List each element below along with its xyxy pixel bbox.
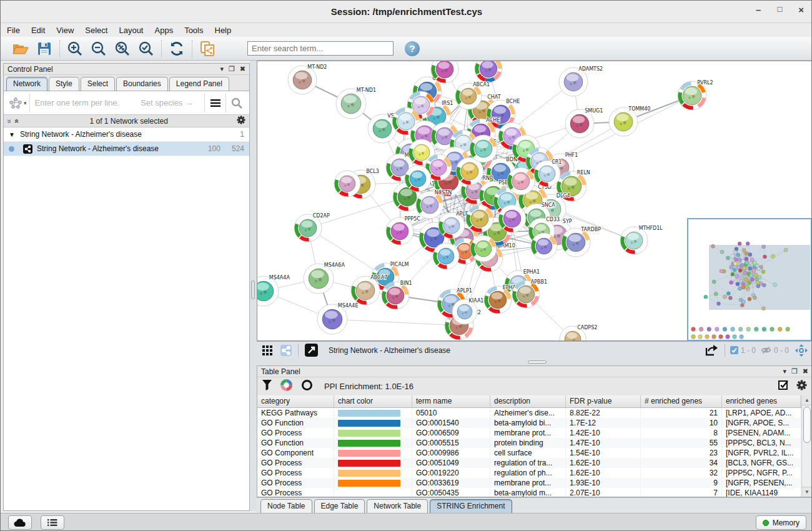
network-node[interactable]: MT-ND1 bbox=[336, 87, 376, 119]
draw-charts-icon[interactable] bbox=[280, 379, 292, 394]
panel-close-icon[interactable]: ✖ bbox=[240, 65, 245, 73]
table-scrollbar[interactable]: ▲ ▼ bbox=[801, 395, 812, 497]
scroll-up-icon[interactable]: ▲ bbox=[802, 395, 812, 405]
tree-expand-icon[interactable]: ▼ bbox=[9, 131, 15, 138]
network-row-selected[interactable]: String Network - Alzheimer's disease 100… bbox=[4, 142, 249, 156]
network-node[interactable]: MS4A4E bbox=[317, 303, 358, 334]
tab-select[interactable]: Select bbox=[81, 77, 115, 91]
network-node[interactable]: PVRL2 bbox=[678, 80, 713, 110]
minimize-button[interactable]: – bbox=[756, 4, 761, 15]
table-row[interactable]: GO FunctionGO:0005515protein binding1.47… bbox=[257, 438, 812, 448]
network-node[interactable] bbox=[470, 135, 497, 162]
save-session-icon[interactable] bbox=[36, 40, 53, 57]
tab-string-enrichment[interactable]: STRING Enrichment bbox=[430, 499, 512, 513]
pan-navigator-icon[interactable] bbox=[794, 343, 809, 358]
grid-mode-icon[interactable] bbox=[260, 344, 274, 357]
menu-select[interactable]: Select bbox=[85, 26, 107, 35]
network-node[interactable]: TARDBP bbox=[562, 227, 601, 257]
birds-eye-view[interactable] bbox=[687, 218, 812, 341]
panel-close-icon[interactable]: ✖ bbox=[803, 367, 808, 375]
network-node[interactable]: MS4A4A bbox=[257, 275, 290, 306]
network-node[interactable] bbox=[498, 205, 526, 232]
cloud-tasks-button[interactable] bbox=[8, 515, 32, 530]
export-network-icon[interactable] bbox=[703, 343, 720, 358]
string-search-icon[interactable] bbox=[225, 94, 247, 112]
table-row[interactable]: GO ProcessGO:0051049regulation of tra...… bbox=[257, 458, 812, 468]
network-node[interactable] bbox=[507, 167, 535, 195]
horizontal-splitter[interactable] bbox=[257, 359, 812, 365]
table-row[interactable]: GO FunctionGO:0001540beta-amyloid bi...1… bbox=[257, 418, 812, 428]
column-header-chart-color[interactable]: chart color bbox=[334, 395, 412, 407]
column-header-term-name[interactable]: term name bbox=[412, 395, 490, 407]
panel-float-icon[interactable]: ❐ bbox=[229, 65, 235, 73]
network-node[interactable] bbox=[531, 233, 557, 259]
menu-file[interactable]: File bbox=[7, 26, 20, 35]
scroll-down-icon[interactable]: ▼ bbox=[802, 487, 812, 497]
table-row[interactable]: GO ProcessGO:0006509membrane prot...1.42… bbox=[257, 428, 812, 438]
menu-apps[interactable]: Apps bbox=[155, 26, 174, 35]
open-session-icon[interactable] bbox=[12, 40, 29, 57]
maximize-button[interactable]: □ bbox=[777, 4, 782, 15]
table-row[interactable]: GO ProcessGO:0050435beta-amyloid m...2.0… bbox=[257, 488, 812, 497]
tab-legend-panel[interactable]: Legend Panel bbox=[169, 77, 229, 91]
network-node[interactable]: MT-ND2 bbox=[288, 64, 327, 94]
panel-float-icon[interactable]: ❐ bbox=[791, 367, 798, 375]
string-protein-query-selector[interactable]: ▾ bbox=[6, 94, 30, 112]
string-query-field[interactable]: Enter one term per line. Set species → bbox=[30, 98, 204, 107]
search-input[interactable] bbox=[247, 41, 394, 56]
table-row[interactable]: GO ProcessGO:0033619membrane prot...1.93… bbox=[257, 478, 812, 488]
network-node[interactable] bbox=[470, 236, 497, 262]
network-node[interactable] bbox=[405, 166, 431, 192]
tab-style[interactable]: Style bbox=[49, 77, 79, 91]
clone-network-icon[interactable] bbox=[199, 40, 216, 57]
select-all-icon[interactable] bbox=[778, 380, 789, 393]
menu-tools[interactable]: Tools bbox=[184, 26, 203, 35]
network-node[interactable] bbox=[475, 61, 502, 82]
set-species-hint[interactable]: Set species → bbox=[141, 98, 199, 107]
network-node[interactable]: TOMM40 bbox=[609, 106, 650, 136]
network-node[interactable] bbox=[433, 243, 459, 269]
vertical-splitter[interactable] bbox=[250, 61, 257, 511]
network-canvas[interactable]: MT-ND2MT-ND1VSNL1GAB2IRS1ADAMTS2PVRL2SMU… bbox=[257, 61, 812, 341]
refresh-icon[interactable] bbox=[168, 40, 186, 57]
close-button[interactable]: × bbox=[798, 4, 804, 15]
column-header--enriched-genes[interactable]: # enriched genes bbox=[641, 395, 722, 407]
tab-network-table[interactable]: Network Table bbox=[367, 499, 428, 513]
tab-node-table[interactable]: Node Table bbox=[260, 499, 312, 513]
zoom-fit-icon[interactable] bbox=[114, 40, 131, 57]
expand-all-icon[interactable]: » bbox=[12, 119, 21, 123]
network-node[interactable] bbox=[466, 205, 493, 232]
network-collection-row[interactable]: ▼ String Network - Alzheimer's disease 1 bbox=[4, 127, 249, 142]
menu-view[interactable]: View bbox=[56, 26, 74, 35]
network-node[interactable] bbox=[334, 171, 360, 197]
table-row[interactable]: GO ProcessGO:0019220regulation of ph...1… bbox=[257, 468, 812, 478]
table-row[interactable]: GO ComponentGO:0009986cell surface1.54E-… bbox=[257, 448, 812, 458]
network-node[interactable]: MS4A6A bbox=[304, 262, 345, 294]
scrollbar-thumb[interactable] bbox=[803, 407, 811, 443]
network-node[interactable]: ADAMTS2 bbox=[559, 66, 603, 96]
tab-boundaries[interactable]: Boundaries bbox=[116, 77, 168, 91]
zoom-selected-icon[interactable] bbox=[137, 40, 155, 57]
network-node[interactable]: APBB1 bbox=[512, 279, 547, 308]
network-node[interactable]: PPP5C bbox=[386, 216, 420, 245]
tab-network[interactable]: Network bbox=[6, 77, 47, 91]
column-header-enriched-genes[interactable]: enriched genes bbox=[722, 395, 801, 407]
panel-menu-icon[interactable]: ▾ bbox=[220, 65, 224, 73]
table-row[interactable]: KEGG Pathways05010Alzheimer's dise...8.8… bbox=[257, 408, 812, 418]
column-header-category[interactable]: category bbox=[257, 395, 334, 407]
reset-charts-icon[interactable] bbox=[301, 379, 313, 394]
column-header-FDR-p-value[interactable]: FDR p-value bbox=[566, 395, 641, 407]
string-options-icon[interactable] bbox=[204, 94, 225, 112]
menu-help[interactable]: Help bbox=[215, 26, 232, 35]
table-settings-gear-icon[interactable] bbox=[796, 380, 807, 393]
help-icon[interactable]: ? bbox=[405, 41, 420, 56]
zoom-out-icon[interactable] bbox=[90, 40, 107, 57]
tab-edge-table[interactable]: Edge Table bbox=[314, 499, 365, 513]
zoom-in-icon[interactable] bbox=[66, 40, 84, 57]
network-node[interactable]: MTHFD1L bbox=[620, 226, 663, 254]
share-view-icon[interactable] bbox=[279, 344, 293, 357]
detach-view-icon[interactable] bbox=[304, 343, 319, 358]
menu-edit[interactable]: Edit bbox=[31, 26, 45, 35]
network-node[interactable]: CD2AP bbox=[294, 213, 330, 242]
memory-button[interactable]: Memory bbox=[756, 515, 806, 530]
